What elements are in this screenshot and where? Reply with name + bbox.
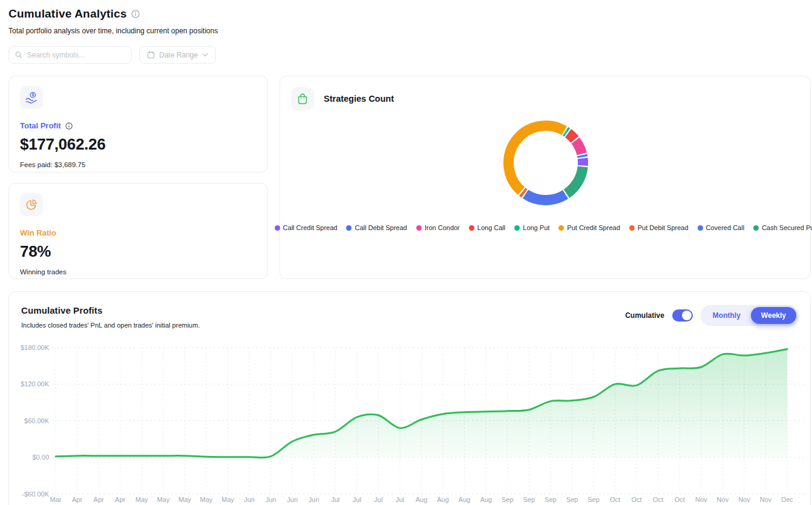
cumulative-toggle[interactable] (672, 309, 693, 322)
svg-text:Jul: Jul (396, 496, 404, 503)
filter-controls: Date Range (8, 46, 216, 64)
legend-item[interactable]: Covered Call (698, 224, 745, 231)
legend-dot (416, 225, 422, 231)
svg-text:May: May (200, 496, 213, 503)
svg-text:Jun: Jun (266, 496, 277, 503)
svg-text:May: May (221, 496, 234, 503)
svg-text:Sep: Sep (588, 496, 600, 503)
svg-text:Nov: Nov (695, 496, 707, 503)
legend-item[interactable]: Iron Condor (416, 224, 460, 231)
cumulative-profits-card: Cumulative Profits Includes closed trade… (8, 291, 811, 505)
legend-item[interactable]: Long Put (514, 224, 549, 231)
winning-trades-note: Winning trades (20, 268, 257, 276)
legend-label: Cash Secured Put (762, 224, 812, 231)
calendar-icon (147, 51, 155, 59)
svg-text:Sep: Sep (545, 496, 557, 503)
legend-label: Covered Call (706, 224, 745, 231)
strategies-donut-chart (494, 111, 598, 215)
legend-dot (346, 225, 352, 231)
search-input[interactable] (27, 51, 125, 59)
legend-label: Long Put (523, 224, 549, 231)
svg-text:Oct: Oct (675, 496, 685, 503)
svg-text:Jun: Jun (244, 496, 255, 503)
svg-text:Oct: Oct (632, 496, 642, 503)
legend-label: Put Credit Spread (567, 224, 620, 231)
bag-icon-tile (291, 87, 314, 110)
legend-dot (469, 225, 474, 231)
svg-text:Dec: Dec (781, 496, 793, 503)
shopping-bag-icon (296, 92, 309, 105)
date-range-label: Date Range (159, 51, 198, 59)
svg-text:$60.00K: $60.00K (24, 417, 50, 424)
search-box[interactable] (8, 46, 132, 64)
svg-text:-$60.00K: -$60.00K (22, 490, 49, 498)
win-ratio-label: Win Ratio (20, 228, 56, 237)
svg-text:$120.00K: $120.00K (21, 380, 50, 388)
chevron-down-icon (202, 53, 208, 57)
legend-label: Iron Condor (425, 224, 460, 231)
legend-item[interactable]: Call Debit Spread (346, 224, 407, 231)
svg-text:May: May (178, 496, 191, 503)
svg-text:Apr: Apr (94, 496, 104, 503)
legend-item[interactable]: Cash Secured Put (753, 224, 812, 231)
svg-text:Oct: Oct (610, 496, 620, 503)
svg-text:Sep: Sep (523, 496, 535, 503)
total-profit-value: $177,062.26 (20, 135, 257, 154)
legend-dot (698, 225, 703, 231)
toggle-knob (682, 311, 692, 320)
info-icon[interactable] (131, 10, 140, 18)
win-ratio-value: 78% (20, 242, 257, 261)
search-icon (15, 51, 22, 59)
legend-item[interactable]: Call Credit Spread (275, 224, 338, 231)
total-profit-card: $ Total Profit $177,062.26 Fees paid: $3… (8, 76, 268, 173)
hand-coin-icon-tile: $ (20, 86, 43, 109)
legend-dot (275, 225, 280, 231)
svg-text:$0.00: $0.00 (32, 454, 49, 461)
hand-coin-icon: $ (25, 91, 38, 104)
profits-controls: Cumulative Monthly Weekly (625, 305, 798, 326)
monthly-button[interactable]: Monthly (702, 307, 751, 324)
svg-text:Oct: Oct (653, 496, 663, 503)
pie-chart-icon (25, 198, 38, 211)
svg-text:May: May (136, 496, 148, 503)
strategies-legend: Call Credit SpreadCall Debit SpreadIron … (280, 224, 810, 231)
legend-label: Put Debit Spread (638, 224, 689, 231)
legend-item[interactable]: Put Debit Spread (629, 224, 689, 231)
svg-text:Jul: Jul (374, 496, 382, 503)
total-profit-label: Total Profit (20, 121, 61, 130)
strategies-count-title: Strategies Count (324, 94, 394, 104)
svg-text:Aug: Aug (437, 496, 449, 503)
svg-text:$180.00K: $180.00K (21, 344, 50, 351)
pie-icon-tile (20, 193, 43, 216)
svg-text:Apr: Apr (72, 496, 82, 503)
svg-text:Jun: Jun (309, 496, 319, 503)
legend-dot (558, 225, 564, 231)
svg-text:Aug: Aug (480, 496, 492, 503)
dashboard: Cumulative Analytics Total portfolio ana… (0, 0, 812, 505)
legend-item[interactable]: Put Credit Spread (558, 224, 620, 231)
period-segmented-control: Monthly Weekly (701, 305, 798, 326)
legend-item[interactable]: Long Call (469, 224, 505, 231)
svg-text:Jul: Jul (353, 496, 361, 503)
svg-text:Sep: Sep (502, 496, 514, 503)
svg-text:Nov: Nov (738, 496, 750, 503)
svg-text:May: May (157, 496, 169, 503)
info-icon[interactable] (65, 122, 73, 130)
weekly-button[interactable]: Weekly (751, 307, 796, 324)
svg-text:Nov: Nov (760, 496, 772, 503)
page-title: Cumulative Analytics (8, 7, 126, 21)
profits-area-chart: $180.00K$120.00K$60.00K$0.00-$60.00KMarA… (9, 340, 811, 505)
svg-text:Mar: Mar (50, 496, 62, 503)
profits-header: Cumulative Profits Includes closed trade… (9, 292, 810, 329)
legend-dot (514, 225, 520, 231)
svg-text:Apr: Apr (115, 496, 125, 503)
svg-text:Sep: Sep (566, 496, 578, 503)
date-range-button[interactable]: Date Range (139, 46, 216, 64)
svg-text:Jul: Jul (331, 496, 339, 503)
strategies-count-card: Strategies Count Call Credit SpreadCall … (280, 76, 811, 279)
page-header: Cumulative Analytics Total portfolio ana… (8, 7, 218, 35)
svg-text:Aug: Aug (459, 496, 471, 503)
legend-dot (753, 225, 759, 231)
svg-text:Jun: Jun (287, 496, 298, 503)
legend-label: Long Call (477, 224, 505, 231)
